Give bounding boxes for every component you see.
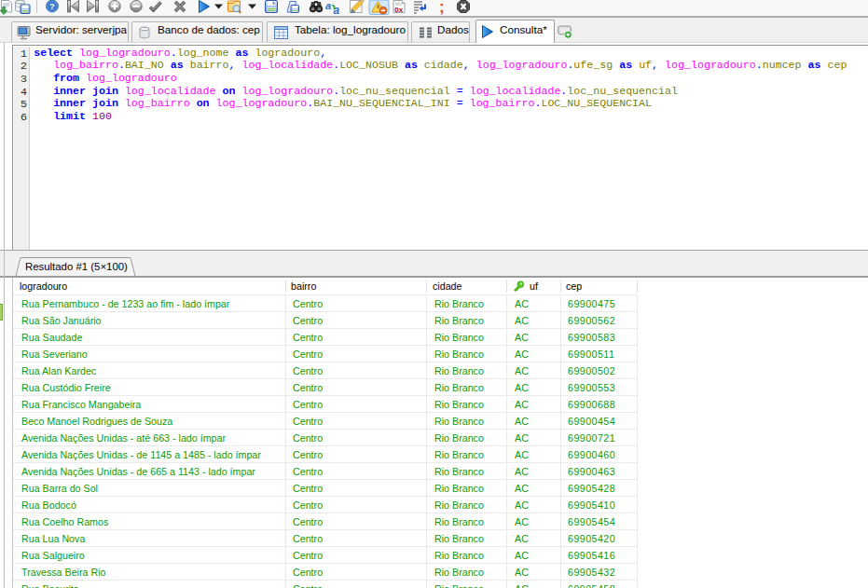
- svg-text:0x: 0x: [394, 6, 403, 14]
- svg-text:?: ?: [49, 1, 55, 11]
- svg-text:a: a: [325, 0, 331, 11]
- svg-text:;: ;: [439, 0, 445, 15]
